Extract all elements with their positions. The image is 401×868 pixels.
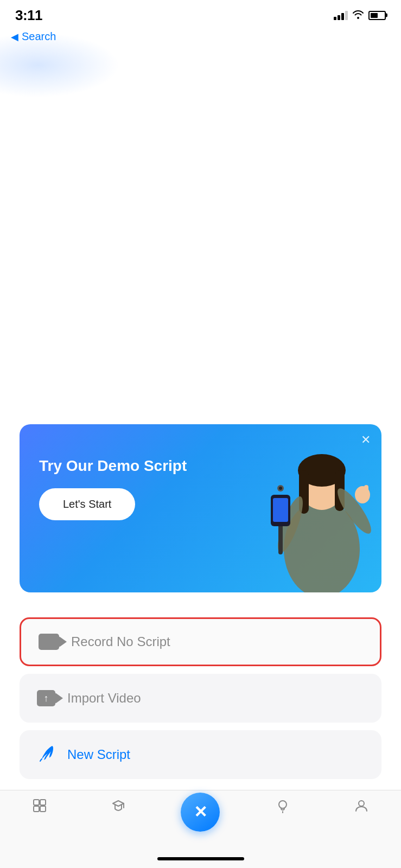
svg-point-19 (279, 801, 287, 808)
feather-icon (37, 744, 55, 766)
svg-rect-15 (40, 800, 46, 805)
tab-bar: ✕ (0, 790, 401, 850)
import-icon-group (37, 690, 55, 706)
demo-card-title: Try Our Demo Script (39, 457, 187, 475)
wifi-icon (352, 9, 364, 22)
status-icons (334, 9, 386, 22)
home-indicator (0, 850, 401, 868)
signal-bars-icon (334, 10, 348, 20)
tips-tab-icon (275, 798, 290, 817)
tab-learn[interactable] (102, 798, 135, 817)
tab-profile[interactable] (345, 798, 378, 817)
top-spacer (0, 54, 401, 424)
battery-fill (371, 13, 378, 18)
record-icon (39, 634, 59, 650)
demo-person-illustration (257, 435, 381, 592)
center-close-icon: ✕ (194, 804, 207, 820)
signal-bar-2 (338, 15, 340, 20)
new-script-button[interactable]: New Script (20, 730, 381, 779)
home-bar (157, 857, 244, 860)
svg-point-21 (359, 801, 364, 806)
signal-bar-1 (334, 17, 336, 20)
svg-rect-16 (34, 806, 39, 812)
new-script-label: New Script (67, 747, 130, 762)
tab-home[interactable] (23, 798, 56, 817)
record-no-script-button[interactable]: Record No Script (20, 617, 381, 666)
import-video-label: Import Video (67, 691, 141, 706)
svg-point-13 (279, 487, 282, 490)
home-tab-icon (32, 798, 47, 817)
learn-tab-icon (111, 798, 126, 817)
action-buttons-section: Record No Script Import Video New Script (0, 612, 401, 790)
status-bar: 3:11 (0, 0, 401, 28)
back-nav[interactable]: ◀ Search (0, 28, 401, 49)
battery-icon (368, 11, 386, 20)
back-arrow-icon: ◀ (11, 31, 18, 43)
signal-bar-4 (345, 11, 348, 20)
import-video-button[interactable]: Import Video (20, 674, 381, 723)
status-time: 3:11 (15, 7, 42, 24)
tab-center-close-button[interactable]: ✕ (181, 793, 220, 832)
svg-rect-11 (273, 498, 288, 522)
record-icon-group (39, 634, 59, 650)
svg-rect-17 (40, 806, 46, 812)
record-no-script-label: Record No Script (71, 634, 170, 649)
lets-start-button[interactable]: Let's Start (39, 488, 135, 520)
svg-rect-14 (34, 800, 39, 805)
demo-card-content: Try Our Demo Script Let's Start (39, 457, 187, 520)
svg-rect-7 (364, 485, 368, 500)
import-icon (37, 690, 55, 706)
demo-card: ✕ Try Our Demo Script Let's Start (20, 424, 381, 592)
tab-tips[interactable] (266, 798, 299, 817)
back-label: Search (22, 30, 56, 43)
signal-bar-3 (341, 13, 344, 20)
profile-tab-icon (354, 798, 369, 817)
